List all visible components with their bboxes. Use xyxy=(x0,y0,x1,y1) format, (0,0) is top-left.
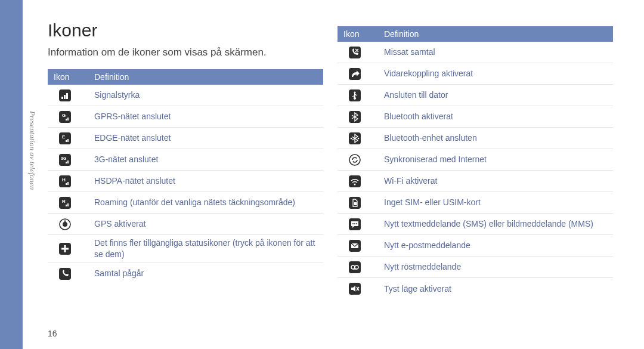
row-definition: Synkroniserad med Internet xyxy=(384,154,613,165)
sms-mms-icon xyxy=(348,218,361,231)
more-status-icon xyxy=(58,242,72,255)
table-row: E EDGE-nätet anslutet xyxy=(48,128,323,149)
voicemail-icon xyxy=(348,261,361,274)
icon-table-right: Ikon Definition Missat samtal Vidarekopp… xyxy=(338,26,613,299)
svg-rect-18 xyxy=(66,183,67,185)
wifi-icon xyxy=(348,175,361,188)
gps-icon xyxy=(58,218,72,231)
header-ikon: Ikon xyxy=(48,72,94,82)
left-accent-strip xyxy=(0,0,23,349)
row-definition: GPS aktiverat xyxy=(94,218,323,230)
icon-table-left: Ikon Definition Signalstyrka G GPRS-näte… xyxy=(48,69,323,285)
svg-rect-10 xyxy=(66,140,67,142)
svg-point-44 xyxy=(354,223,355,224)
svg-rect-14 xyxy=(66,162,67,163)
page-subtitle: Information om de ikoner som visas på sk… xyxy=(48,47,267,58)
svg-rect-3 xyxy=(66,93,68,99)
svg-point-43 xyxy=(352,223,354,224)
svg-rect-28 xyxy=(61,248,69,249)
svg-point-36 xyxy=(358,137,360,139)
roaming-icon: R xyxy=(58,196,72,209)
svg-rect-7 xyxy=(67,118,69,121)
call-active-icon xyxy=(58,267,72,280)
page-number: 16 xyxy=(48,329,57,338)
row-definition: Roaming (utanför det vanliga nätets täck… xyxy=(94,197,323,208)
svg-rect-6 xyxy=(66,119,67,121)
no-sim-icon xyxy=(348,196,361,209)
call-forward-icon xyxy=(348,67,361,81)
row-definition: HSDPA-nätet anslutet xyxy=(94,175,323,187)
row-definition: Signalstyrka xyxy=(94,89,323,101)
bluetooth-icon xyxy=(348,110,361,123)
table-row: G GPRS-nätet anslutet xyxy=(48,106,323,128)
row-definition: EDGE-nätet anslutet xyxy=(94,132,323,144)
table-row: Det finns fler tillgängliga statusikoner… xyxy=(48,235,323,263)
table-row: Ansluten till dator xyxy=(338,85,613,106)
table-row: GPS aktiverat xyxy=(48,214,323,235)
svg-text:R: R xyxy=(62,199,66,204)
usb-icon xyxy=(348,89,361,102)
svg-text:G: G xyxy=(62,113,66,118)
table-row: Wi-Fi aktiverat xyxy=(338,171,613,192)
table-row: Synkroniserad med Internet xyxy=(338,149,613,171)
row-definition: GPRS-nätet anslutet xyxy=(94,111,323,122)
bt-connected-icon xyxy=(348,132,361,145)
svg-rect-41 xyxy=(354,202,357,205)
svg-text:3G: 3G xyxy=(61,156,67,160)
table-row: R Roaming (utanför det vanliga nätets tä… xyxy=(48,192,323,214)
row-definition: Det finns fler tillgängliga statusikoner… xyxy=(94,237,323,260)
table-row: Samtal pågår xyxy=(48,263,323,285)
svg-rect-15 xyxy=(67,160,69,163)
row-definition: Vidarekoppling aktiverat xyxy=(384,68,613,79)
signal-icon xyxy=(58,89,72,102)
svg-rect-23 xyxy=(67,203,69,206)
svg-rect-1 xyxy=(61,97,63,99)
row-definition: Nytt textmeddelande (SMS) eller bildmedd… xyxy=(384,218,613,230)
header-ikon: Ikon xyxy=(338,29,384,39)
gprs-icon: G xyxy=(58,110,72,123)
svg-text:H: H xyxy=(62,177,66,183)
svg-point-39 xyxy=(354,183,356,185)
row-definition: Ansluten till dator xyxy=(384,89,613,101)
table-header: Ikon Definition xyxy=(338,26,613,42)
row-definition: Nytt röstmeddelande xyxy=(384,261,613,273)
page-title: Ikoner xyxy=(48,20,97,41)
sync-icon xyxy=(348,153,361,166)
row-definition: Tyst läge aktiverat xyxy=(384,283,613,295)
row-definition: Bluetooth aktiverat xyxy=(384,111,613,122)
3g-icon: 3G xyxy=(58,153,72,166)
row-definition: Bluetooth-enhet ansluten xyxy=(384,132,613,144)
table-row: Bluetooth aktiverat xyxy=(338,106,613,128)
svg-point-35 xyxy=(351,137,352,139)
hsdpa-icon: H xyxy=(58,175,72,188)
header-def: Definition xyxy=(94,72,323,82)
header-def: Definition xyxy=(384,29,613,39)
svg-rect-19 xyxy=(67,182,69,185)
svg-text:E: E xyxy=(62,134,66,140)
row-definition: Samtal pågår xyxy=(94,268,323,279)
svg-rect-2 xyxy=(64,95,66,99)
table-row: Vidarekoppling aktiverat xyxy=(338,63,613,85)
table-row: Nytt textmeddelande (SMS) eller bildmedd… xyxy=(338,214,613,235)
row-definition: Nytt e-postmeddelande xyxy=(384,240,613,251)
row-definition: Missat samtal xyxy=(384,47,613,58)
table-row: Nytt e-postmeddelande xyxy=(338,235,613,257)
table-row: Signalstyrka xyxy=(48,85,323,106)
sidebar-section-label: Presentation av telefonen xyxy=(27,111,37,190)
svg-rect-11 xyxy=(67,139,69,142)
row-definition: 3G-nätet anslutet xyxy=(94,154,323,165)
table-row: Nytt röstmeddelande xyxy=(338,257,613,278)
svg-point-45 xyxy=(356,223,357,224)
table-row: Missat samtal xyxy=(338,42,613,63)
table-row: Inget SIM- eller USIM-kort xyxy=(338,192,613,214)
edge-icon: E xyxy=(58,132,72,145)
svg-point-25 xyxy=(63,222,67,227)
table-row: 3G 3G-nätet anslutet xyxy=(48,149,323,171)
missed-call-icon xyxy=(348,46,361,59)
table-row: H HSDPA-nätet anslutet xyxy=(48,171,323,192)
email-icon xyxy=(348,239,361,252)
svg-rect-22 xyxy=(66,205,67,206)
row-definition: Inget SIM- eller USIM-kort xyxy=(384,197,613,208)
svg-point-37 xyxy=(349,155,360,165)
silent-icon xyxy=(348,282,361,295)
